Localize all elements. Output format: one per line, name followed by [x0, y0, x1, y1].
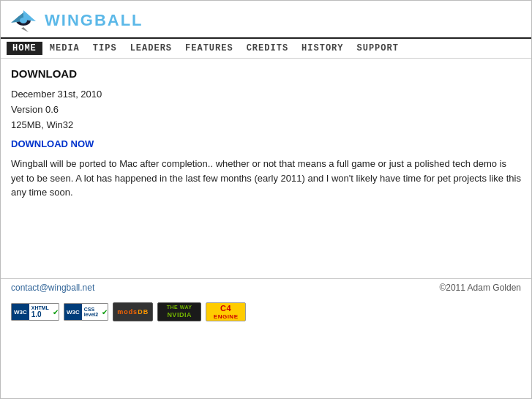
- badge-c4engine[interactable]: C4ENGINE: [206, 302, 246, 321]
- svg-point-3: [20, 18, 27, 23]
- badge-moddb-label: modsDB: [117, 308, 149, 316]
- svg-marker-4: [21, 27, 29, 32]
- logo-area: WiNGBALL: [8, 7, 143, 34]
- nav-item-support[interactable]: SUPPORT: [351, 42, 405, 55]
- contact-link[interactable]: contact@wingball.net: [11, 283, 94, 293]
- badge-c4-label: C4ENGINE: [214, 303, 239, 321]
- badge-nvidia[interactable]: THE WAYNVIDIA: [157, 302, 201, 321]
- footer: contact@wingball.net ©2011 Adam Golden: [1, 278, 531, 297]
- nav-item-leaders[interactable]: LEADERS: [124, 42, 178, 55]
- nav-item-home[interactable]: HOME: [7, 42, 42, 55]
- w3c-xhtml-checkmark: ✔: [53, 308, 59, 316]
- badge-nvidia-label: THE WAYNVIDIA: [167, 305, 192, 318]
- nav-item-credits[interactable]: CrEDITS: [241, 42, 294, 55]
- download-size: 125MB, Win32: [11, 118, 521, 133]
- w3c-xhtml-right-label: XHTML 1.0: [29, 304, 51, 320]
- main-content: DOWNLOAD December 31st, 2010 Version 0.6…: [1, 59, 531, 278]
- w3c-xhtml-left-label: W3C: [12, 304, 29, 320]
- w3c-css-left-label: W3C: [64, 304, 82, 320]
- download-version: Version 0.6: [11, 102, 521, 118]
- nav-item-tips[interactable]: TiPS: [87, 42, 123, 55]
- badge-w3c-css[interactable]: W3C CSS level2 ✔: [64, 303, 108, 321]
- badge-w3c-xhtml[interactable]: W3C XHTML 1.0 ✔: [11, 303, 59, 321]
- badge-moddb[interactable]: modsDB: [113, 302, 153, 321]
- w3c-css-right-label: CSS level2: [82, 304, 100, 320]
- header: WiNGBALL: [1, 1, 531, 37]
- nav-item-features[interactable]: FEATURES: [179, 42, 239, 55]
- nav-item-history[interactable]: HiSTORY: [296, 42, 349, 55]
- wingball-logo-icon: [8, 7, 39, 34]
- page-title: DOWNLOAD: [11, 67, 521, 80]
- nav-item-media[interactable]: MEDIA: [44, 42, 86, 55]
- description-text: Wingball will be ported to Mac after com…: [11, 157, 521, 200]
- w3c-css-checkmark: ✔: [102, 308, 108, 316]
- download-now-link[interactable]: DOWNLOAD NOW: [11, 138, 94, 149]
- download-info: December 31st, 2010 Version 0.6 125MB, W…: [11, 87, 521, 133]
- logo-text: WiNGBALL: [45, 11, 143, 30]
- badge-row: W3C XHTML 1.0 ✔ W3C CSS level2 ✔ modsDB: [1, 297, 531, 327]
- copyright-text: ©2011 Adam Golden: [439, 283, 521, 293]
- download-date: December 31st, 2010: [11, 87, 521, 102]
- app-container: WiNGBALL HOME MEDIA TiPS LEADERS FEATURE…: [0, 0, 532, 399]
- nav-bar: HOME MEDIA TiPS LEADERS FEATURES CrEDITS…: [1, 37, 531, 59]
